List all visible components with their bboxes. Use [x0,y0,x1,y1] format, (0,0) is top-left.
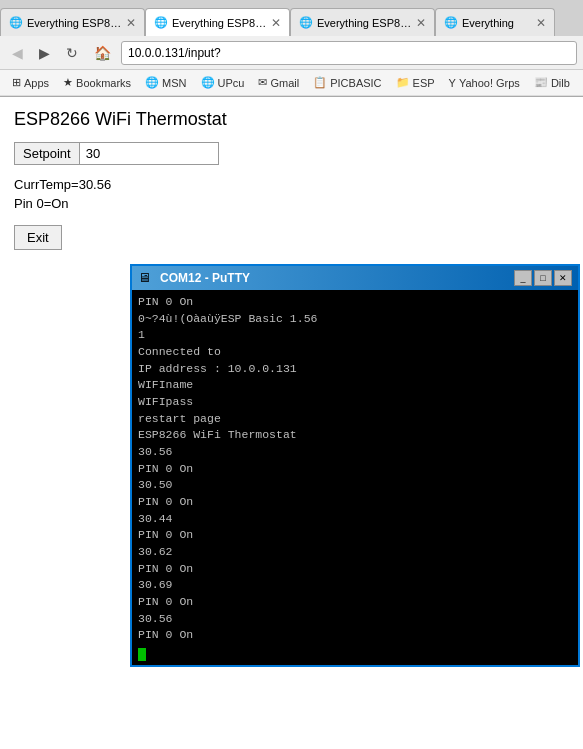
terminal-line: IP address : 10.0.0.131 [138,361,572,378]
bookmark-esp-label: ESP [413,77,435,89]
gmail-icon: ✉ [258,76,267,89]
tab-close-2[interactable]: ✕ [271,16,281,30]
bookmark-gmail[interactable]: ✉ Gmail [252,74,305,91]
bookmark-upcu[interactable]: 🌐 UPcu [195,74,251,91]
bookmark-dilb-label: Dilb [551,77,570,89]
terminal-line: 30.69 [138,577,572,594]
upcu-icon: 🌐 [201,76,215,89]
terminal-line: 30.62 [138,544,572,561]
terminal-line: PIN 0 On [138,627,572,644]
putty-window-buttons: _ □ ✕ [514,270,572,286]
putty-icon: 🖥 [138,270,154,286]
tab-close-1[interactable]: ✕ [126,16,136,30]
reload-button[interactable]: ↻ [60,43,84,63]
setpoint-row: Setpoint [14,142,569,165]
bookmark-bookmarks[interactable]: ★ Bookmarks [57,74,137,91]
setpoint-input[interactable] [79,142,219,165]
curr-temp: CurrTemp=30.56 [14,177,569,192]
bookmark-msn[interactable]: 🌐 MSN [139,74,192,91]
pin-status: Pin 0=On [14,196,569,211]
terminal-line: ESP8266 WiFi Thermostat [138,427,572,444]
terminal-line: 30.56 [138,444,572,461]
esp-icon: 📁 [396,76,410,89]
tab-bar: 🌐 Everything ESP8266 - ✕ 🌐 Everything ES… [0,0,583,36]
dilb-icon: 📰 [534,76,548,89]
tab-label-1: Everything ESP8266 - [27,17,122,29]
tab-2[interactable]: 🌐 Everything ESP8266 - ✕ [145,8,290,36]
putty-terminal[interactable]: PIN 0 On0~?4ù!(OàaùÿESP Basic 1.561Conne… [132,290,578,665]
terminal-cursor-line [138,644,572,661]
home-button[interactable]: 🏠 [88,43,117,63]
msn-icon: 🌐 [145,76,159,89]
back-button[interactable]: ◀ [6,43,29,63]
main-content: ESP8266 WiFi Thermostat Setpoint CurrTem… [0,97,583,679]
putty-window: 🖥 COM12 - PuTTY _ □ ✕ PIN 0 On0~?4ù!(Oàa… [130,264,580,667]
yahoo-icon: Y [449,77,456,89]
bookmark-upcu-label: UPcu [218,77,245,89]
terminal-line: 30.44 [138,511,572,528]
terminal-line: 1 [138,327,572,344]
tab-label-4: Everything [462,17,532,29]
tab-favicon-4: 🌐 [444,16,458,30]
terminal-line: WIFIpass [138,394,572,411]
setpoint-label: Setpoint [14,142,79,165]
putty-close-button[interactable]: ✕ [554,270,572,286]
bookmark-yahoo[interactable]: Y Yahoo! Grps [443,75,526,91]
tab-4[interactable]: 🌐 Everything ✕ [435,8,555,36]
terminal-line: 0~?4ù!(OàaùÿESP Basic 1.56 [138,311,572,328]
exit-button[interactable]: Exit [14,225,62,250]
bookmark-gmail-label: Gmail [270,77,299,89]
bookmark-picbasic[interactable]: 📋 PICBASIC [307,74,387,91]
nav-bar: ◀ ▶ ↻ 🏠 [0,36,583,70]
terminal-line: PIN 0 On [138,561,572,578]
putty-maximize-button[interactable]: □ [534,270,552,286]
bookmark-esp[interactable]: 📁 ESP [390,74,441,91]
forward-button[interactable]: ▶ [33,43,56,63]
terminal-line: Connected to [138,344,572,361]
bookmark-apps[interactable]: ⊞ Apps [6,74,55,91]
bookmark-picbasic-label: PICBASIC [330,77,381,89]
terminal-line: WIFIname [138,377,572,394]
terminal-line: PIN 0 On [138,294,572,311]
tab-favicon-1: 🌐 [9,16,23,30]
tab-label-3: Everything ESP8266 - [317,17,412,29]
tab-favicon-3: 🌐 [299,16,313,30]
terminal-cursor [138,648,146,661]
putty-minimize-button[interactable]: _ [514,270,532,286]
putty-titlebar: 🖥 COM12 - PuTTY _ □ ✕ [132,266,578,290]
picbasic-icon: 📋 [313,76,327,89]
bookmarks-icon: ★ [63,76,73,89]
bookmark-dilb[interactable]: 📰 Dilb [528,74,576,91]
bookmark-msn-label: MSN [162,77,186,89]
bookmark-apps-label: Apps [24,77,49,89]
terminal-line: PIN 0 On [138,461,572,478]
terminal-line: 30.56 [138,611,572,628]
page-title: ESP8266 WiFi Thermostat [14,109,569,130]
bookmark-yahoo-label: Yahoo! Grps [459,77,520,89]
terminal-line: 30.50 [138,477,572,494]
terminal-line: PIN 0 On [138,527,572,544]
browser-chrome: 🌐 Everything ESP8266 - ✕ 🌐 Everything ES… [0,0,583,97]
tab-1[interactable]: 🌐 Everything ESP8266 - ✕ [0,8,145,36]
bookmarks-bar: ⊞ Apps ★ Bookmarks 🌐 MSN 🌐 UPcu ✉ Gmail … [0,70,583,96]
tab-label-2: Everything ESP8266 - [172,17,267,29]
apps-icon: ⊞ [12,76,21,89]
tab-close-3[interactable]: ✕ [416,16,426,30]
bookmark-bookmarks-label: Bookmarks [76,77,131,89]
tab-close-4[interactable]: ✕ [536,16,546,30]
putty-title: COM12 - PuTTY [160,271,508,285]
terminal-line: PIN 0 On [138,594,572,611]
terminal-line: PIN 0 On [138,494,572,511]
address-bar[interactable] [121,41,577,65]
tab-3[interactable]: 🌐 Everything ESP8266 - ✕ [290,8,435,36]
tab-favicon-2: 🌐 [154,16,168,30]
terminal-line: restart page [138,411,572,428]
